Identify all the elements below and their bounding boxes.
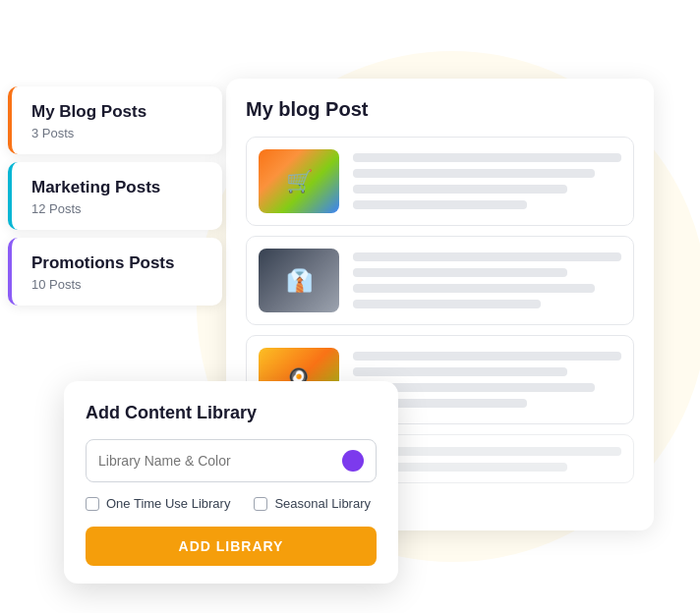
library-name-input[interactable] (98, 453, 342, 469)
text-line (353, 185, 567, 194)
text-line (353, 300, 541, 308)
checkboxes-row: One Time Use Library Seasonal Library (86, 496, 377, 511)
post-thumbnail (259, 149, 339, 213)
text-line (353, 200, 527, 209)
one-time-use-checkbox[interactable]: One Time Use Library (86, 496, 230, 511)
post-item[interactable] (246, 137, 634, 226)
add-library-button[interactable]: ADD LIBRARY (86, 527, 377, 566)
post-thumbnail (259, 249, 339, 312)
add-library-popup: Add Content Library One Time Use Library… (64, 381, 398, 584)
text-line (353, 153, 621, 162)
sidebar-item-marketing-posts[interactable]: Marketing Posts 12 Posts (8, 162, 222, 230)
scene: My Blog Posts 3 Posts Marketing Posts 12… (0, 0, 700, 613)
text-line (353, 169, 595, 178)
post-lines (353, 153, 621, 209)
color-picker-dot[interactable] (342, 450, 364, 472)
sidebar-item-my-blog-posts[interactable]: My Blog Posts 3 Posts (8, 86, 222, 154)
sidebar-item-count: 3 Posts (31, 126, 206, 140)
text-line (353, 268, 567, 277)
sidebar-item-count: 10 Posts (31, 277, 206, 292)
sidebar: My Blog Posts 3 Posts Marketing Posts 12… (8, 86, 222, 313)
post-lines (353, 252, 621, 308)
one-time-use-label: One Time Use Library (106, 496, 230, 511)
sidebar-item-title: My Blog Posts (31, 102, 206, 122)
text-line (353, 284, 595, 293)
checkbox-box (254, 497, 267, 511)
text-line (353, 352, 621, 361)
text-line (353, 367, 567, 376)
seasonal-library-checkbox[interactable]: Seasonal Library (254, 496, 371, 511)
seasonal-library-label: Seasonal Library (274, 496, 371, 511)
sidebar-item-count: 12 Posts (31, 201, 206, 216)
add-library-title: Add Content Library (86, 403, 377, 423)
post-item[interactable] (246, 236, 634, 325)
checkbox-box (86, 497, 99, 511)
main-panel-title: My blog Post (246, 98, 634, 121)
library-input-row (86, 439, 377, 482)
sidebar-item-promotions-posts[interactable]: Promotions Posts 10 Posts (8, 238, 222, 306)
sidebar-item-title: Promotions Posts (31, 253, 206, 273)
sidebar-item-title: Marketing Posts (31, 178, 206, 197)
text-line (353, 252, 621, 261)
